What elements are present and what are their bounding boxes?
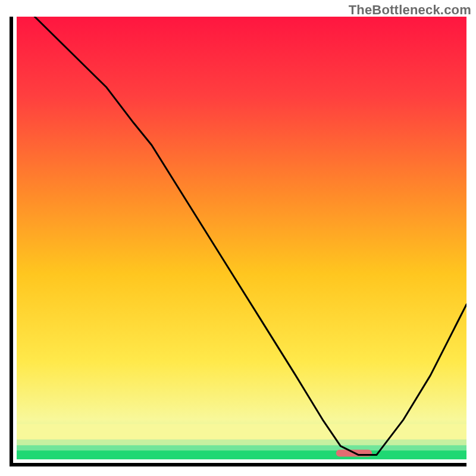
curve-layer <box>17 17 466 459</box>
watermark-text: TheBottleneck.com <box>349 2 471 18</box>
bottleneck-curve <box>35 17 466 455</box>
chart-container: TheBottleneck.com <box>0 0 476 476</box>
plot-area <box>10 17 466 466</box>
